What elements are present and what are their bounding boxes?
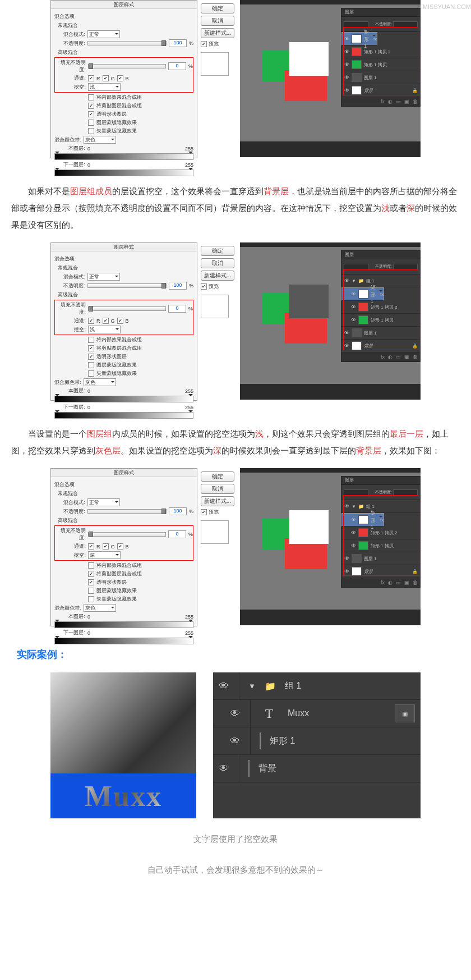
cb-clip[interactable]	[88, 103, 94, 109]
knockout-label: 挖空:	[55, 84, 86, 91]
layers-panel-controls: 不透明度:	[341, 17, 420, 32]
fx-icon[interactable]: ▣	[395, 704, 415, 722]
blend-mode-label: 混合模式:	[54, 31, 85, 38]
cb-mask1[interactable]	[88, 120, 94, 126]
knockout-select[interactable]: 浅	[88, 83, 121, 91]
case-layers-panel: 👁▼📁组 1 👁TMuxx▣ 👁矩形 1 👁背景	[213, 672, 421, 818]
figure-3: 图层样式 混合选项 常规混合 混合模式:正常 不透明度:100% 高级混合 填充…	[50, 468, 421, 642]
layer-row-4[interactable]: 👁图层 1	[341, 71, 420, 84]
group-row[interactable]: 👁▼📁组 1	[213, 672, 421, 700]
layer-thumb	[352, 60, 362, 69]
lock-icon: 🔒	[412, 88, 418, 93]
cb-mask2[interactable]	[88, 128, 94, 134]
opacity-slider[interactable]	[87, 41, 167, 45]
visibility-icon[interactable]: 👁	[219, 680, 230, 692]
visibility-icon[interactable]: 👁	[344, 62, 349, 67]
layer-style-dialog: 图层样式 混合选项 常规混合 混合模式:正常 不透明度:100% 高级混合 填充…	[50, 0, 197, 158]
layer-row-bg[interactable]: 👁背景🔒	[341, 84, 420, 97]
under-layer-gradient[interactable]	[54, 170, 193, 176]
section-advanced: 高级混合	[58, 49, 193, 56]
layers-panel-footer: fx◐▭▣🗑	[341, 97, 420, 106]
layer-thumb	[352, 34, 362, 43]
section-general: 常规混合	[58, 22, 193, 29]
canvas-preview: 图层 不透明度: 👁矩形 1fx 👁矩形 1 拷贝 2 👁矩形 1 拷贝 👁图层…	[240, 0, 421, 157]
cancel-button[interactable]: 取消	[201, 258, 234, 268]
visibility-icon[interactable]: 👁	[344, 49, 349, 54]
fx-icon[interactable]: fx	[373, 36, 377, 42]
muxx-text: Muxx	[85, 780, 162, 813]
channel-r[interactable]	[88, 75, 94, 81]
folder-icon: 📁	[358, 278, 364, 283]
layers-panel-title: 图层	[341, 8, 420, 17]
preview-label: 预览	[209, 40, 219, 48]
trash-icon[interactable]: 🗑	[413, 99, 418, 104]
layer-row-2[interactable]: 👁矩形 1 拷贝 2	[341, 45, 420, 58]
fill-slider[interactable]	[88, 64, 166, 68]
case-figure: Muxx 👁▼📁组 1 👁TMuxx▣ 👁矩形 1 👁背景	[0, 672, 471, 818]
fx-icon[interactable]: fx	[381, 99, 385, 104]
fill-value[interactable]: 0	[168, 62, 186, 70]
mask-icon[interactable]: ◐	[388, 99, 392, 104]
ok-button[interactable]: 确定	[201, 246, 234, 256]
layers-panel: 图层 不透明度: 👁▼📁组 1 👁矩形 1fx 👁矩形 1 拷贝 2 👁矩形 1…	[341, 250, 421, 362]
layer-thumb	[352, 47, 362, 56]
blend-mode-select[interactable]: 正常	[87, 30, 120, 38]
this-layer-gradient[interactable]	[54, 153, 193, 160]
layer-style-dialog: 图层样式 混合选项 常规混合 混合模式:正常 不透明度:100% 高级混合 填充…	[50, 242, 197, 401]
folder-icon[interactable]: ▭	[396, 99, 401, 104]
channels-label: 通道:	[55, 75, 86, 82]
dialog-title: 图层样式	[51, 1, 197, 9]
new-style-button[interactable]: 新建样式...	[201, 28, 234, 38]
blue-band: Muxx	[50, 773, 196, 818]
knockout-select-deep[interactable]: 深	[88, 551, 121, 559]
paragraph-2: 当设置的是一个图层组内成员的时候，如果设置的挖空选项为浅，则这个效果只会穿透到图…	[0, 416, 471, 468]
text-icon: T	[260, 705, 279, 722]
white-shape	[289, 42, 329, 76]
caption-2: 自己动手试试，会发现很多意想不到的效果的～	[0, 855, 471, 886]
gray-knockout-shape	[289, 285, 329, 318]
ok-button[interactable]: 确定	[201, 3, 234, 13]
blend-if-label: 混合颜色带:	[54, 136, 81, 144]
blend-if-select[interactable]: 灰色	[84, 136, 116, 144]
visibility-icon[interactable]: 👁	[344, 36, 349, 42]
text-layer-row[interactable]: 👁TMuxx▣	[213, 700, 421, 727]
layer-thumb	[352, 86, 362, 95]
highlight-fill-knockout: 填充不透明度:0% 通道:RGB 挖空:浅	[54, 57, 193, 93]
paragraph-1: 如果对不是图层组成员的层设置挖空，这个效果将会一直穿透到背景层，也就是说当前层中…	[0, 174, 471, 242]
channel-g[interactable]	[103, 75, 109, 81]
figure-1: 图层样式 混合选项 常规混合 混合模式:正常 不透明度:100% 高级混合 填充…	[50, 0, 421, 174]
cb-trans[interactable]	[88, 111, 94, 117]
preview-swatch	[201, 52, 229, 76]
opacity-label: 不透明度:	[54, 40, 85, 47]
layer-row-3[interactable]: 👁矩形 1 拷贝	[341, 58, 420, 71]
new-style-button[interactable]: 新建样式...	[201, 271, 234, 281]
opacity-value[interactable]: 100	[169, 39, 187, 47]
canvas-preview: 图层 不透明度: 👁▼📁组 1 👁矩形 1fx 👁矩形 1 拷贝 2 👁矩形 1…	[240, 242, 421, 400]
layer-group-row[interactable]: 👁▼📁组 1	[341, 274, 420, 287]
dialog-buttons: 确定 取消 新建样式... 预览	[201, 3, 234, 76]
rect-layer-row[interactable]: 👁矩形 1	[213, 727, 421, 755]
layer-thumb	[352, 73, 362, 82]
visibility-icon[interactable]: 👁	[344, 75, 349, 80]
layers-panel: 图层 不透明度: 👁矩形 1fx 👁矩形 1 拷贝 2 👁矩形 1 拷贝 👁图层…	[341, 8, 421, 107]
caption-1: 文字层使用了挖空效果	[0, 824, 471, 855]
fill-opacity-label: 填充不透明度:	[55, 59, 86, 74]
lock-icon: 🔒	[412, 344, 418, 349]
expand-icon[interactable]: ▼	[248, 682, 256, 690]
expand-icon[interactable]: ▼	[352, 278, 356, 283]
folder-icon: 📁	[265, 681, 276, 692]
case-photo: Muxx	[50, 672, 196, 818]
cb-interior[interactable]	[88, 94, 94, 100]
channel-b[interactable]	[117, 75, 123, 81]
figure-2: 图层样式 混合选项 常规混合 混合模式:正常 不透明度:100% 高级混合 填充…	[50, 242, 421, 416]
cancel-button[interactable]: 取消	[201, 16, 234, 26]
section-blend-options: 混合选项	[54, 13, 193, 20]
layer-row-1[interactable]: 👁矩形 1fx	[341, 32, 377, 45]
visibility-icon[interactable]: 👁	[344, 88, 349, 93]
new-layer-icon[interactable]: ▣	[404, 99, 409, 104]
preview-checkbox[interactable]	[201, 41, 207, 47]
bg-layer-row[interactable]: 👁背景	[213, 755, 421, 782]
